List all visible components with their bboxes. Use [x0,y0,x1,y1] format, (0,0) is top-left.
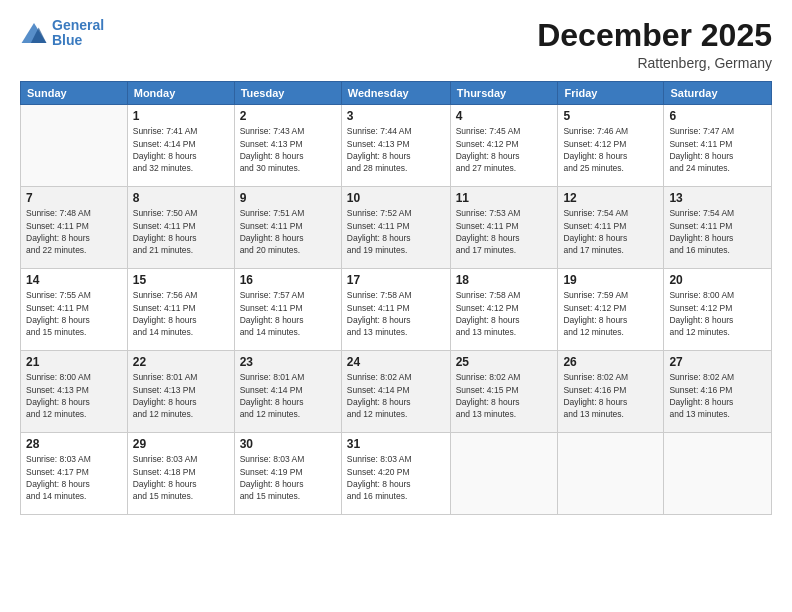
day-info: Sunrise: 8:03 AM Sunset: 4:18 PM Dayligh… [133,453,229,502]
day-info: Sunrise: 7:46 AM Sunset: 4:12 PM Dayligh… [563,125,658,174]
day-info: Sunrise: 7:53 AM Sunset: 4:11 PM Dayligh… [456,207,553,256]
table-row: 2Sunrise: 7:43 AM Sunset: 4:13 PM Daylig… [234,105,341,187]
col-friday: Friday [558,82,664,105]
day-info: Sunrise: 8:01 AM Sunset: 4:13 PM Dayligh… [133,371,229,420]
day-number: 18 [456,273,553,287]
day-info: Sunrise: 8:02 AM Sunset: 4:15 PM Dayligh… [456,371,553,420]
calendar-week-row: 1Sunrise: 7:41 AM Sunset: 4:14 PM Daylig… [21,105,772,187]
header: General Blue December 2025 Rattenberg, G… [20,18,772,71]
table-row: 4Sunrise: 7:45 AM Sunset: 4:12 PM Daylig… [450,105,558,187]
day-info: Sunrise: 7:41 AM Sunset: 4:14 PM Dayligh… [133,125,229,174]
day-info: Sunrise: 8:02 AM Sunset: 4:14 PM Dayligh… [347,371,445,420]
day-number: 16 [240,273,336,287]
day-number: 23 [240,355,336,369]
day-number: 4 [456,109,553,123]
day-number: 22 [133,355,229,369]
day-info: Sunrise: 7:55 AM Sunset: 4:11 PM Dayligh… [26,289,122,338]
day-info: Sunrise: 7:56 AM Sunset: 4:11 PM Dayligh… [133,289,229,338]
day-number: 14 [26,273,122,287]
logo-line1: General [52,17,104,33]
day-info: Sunrise: 7:44 AM Sunset: 4:13 PM Dayligh… [347,125,445,174]
table-row: 22Sunrise: 8:01 AM Sunset: 4:13 PM Dayli… [127,351,234,433]
day-number: 28 [26,437,122,451]
day-info: Sunrise: 7:47 AM Sunset: 4:11 PM Dayligh… [669,125,766,174]
logo: General Blue [20,18,104,49]
col-wednesday: Wednesday [341,82,450,105]
table-row [450,433,558,515]
table-row: 21Sunrise: 8:00 AM Sunset: 4:13 PM Dayli… [21,351,128,433]
table-row: 15Sunrise: 7:56 AM Sunset: 4:11 PM Dayli… [127,269,234,351]
calendar-week-row: 14Sunrise: 7:55 AM Sunset: 4:11 PM Dayli… [21,269,772,351]
col-saturday: Saturday [664,82,772,105]
day-number: 29 [133,437,229,451]
table-row: 26Sunrise: 8:02 AM Sunset: 4:16 PM Dayli… [558,351,664,433]
day-info: Sunrise: 8:02 AM Sunset: 4:16 PM Dayligh… [669,371,766,420]
day-number: 30 [240,437,336,451]
table-row: 11Sunrise: 7:53 AM Sunset: 4:11 PM Dayli… [450,187,558,269]
calendar-week-row: 28Sunrise: 8:03 AM Sunset: 4:17 PM Dayli… [21,433,772,515]
day-number: 1 [133,109,229,123]
day-info: Sunrise: 7:48 AM Sunset: 4:11 PM Dayligh… [26,207,122,256]
day-info: Sunrise: 7:51 AM Sunset: 4:11 PM Dayligh… [240,207,336,256]
day-info: Sunrise: 7:57 AM Sunset: 4:11 PM Dayligh… [240,289,336,338]
day-info: Sunrise: 7:54 AM Sunset: 4:11 PM Dayligh… [563,207,658,256]
logo-line2: Blue [52,32,82,48]
table-row: 28Sunrise: 8:03 AM Sunset: 4:17 PM Dayli… [21,433,128,515]
table-row [21,105,128,187]
table-row: 19Sunrise: 7:59 AM Sunset: 4:12 PM Dayli… [558,269,664,351]
day-number: 20 [669,273,766,287]
day-number: 9 [240,191,336,205]
day-info: Sunrise: 8:02 AM Sunset: 4:16 PM Dayligh… [563,371,658,420]
day-number: 15 [133,273,229,287]
table-row: 29Sunrise: 8:03 AM Sunset: 4:18 PM Dayli… [127,433,234,515]
table-row: 13Sunrise: 7:54 AM Sunset: 4:11 PM Dayli… [664,187,772,269]
day-number: 5 [563,109,658,123]
table-row: 8Sunrise: 7:50 AM Sunset: 4:11 PM Daylig… [127,187,234,269]
table-row [664,433,772,515]
day-info: Sunrise: 7:58 AM Sunset: 4:11 PM Dayligh… [347,289,445,338]
table-row: 17Sunrise: 7:58 AM Sunset: 4:11 PM Dayli… [341,269,450,351]
col-sunday: Sunday [21,82,128,105]
day-info: Sunrise: 8:01 AM Sunset: 4:14 PM Dayligh… [240,371,336,420]
day-number: 21 [26,355,122,369]
day-number: 10 [347,191,445,205]
table-row: 20Sunrise: 8:00 AM Sunset: 4:12 PM Dayli… [664,269,772,351]
col-monday: Monday [127,82,234,105]
day-number: 3 [347,109,445,123]
day-number: 27 [669,355,766,369]
calendar-week-row: 21Sunrise: 8:00 AM Sunset: 4:13 PM Dayli… [21,351,772,433]
day-number: 24 [347,355,445,369]
day-info: Sunrise: 7:43 AM Sunset: 4:13 PM Dayligh… [240,125,336,174]
table-row: 1Sunrise: 7:41 AM Sunset: 4:14 PM Daylig… [127,105,234,187]
logo-icon [20,21,48,45]
table-row: 9Sunrise: 7:51 AM Sunset: 4:11 PM Daylig… [234,187,341,269]
day-info: Sunrise: 8:03 AM Sunset: 4:17 PM Dayligh… [26,453,122,502]
table-row: 24Sunrise: 8:02 AM Sunset: 4:14 PM Dayli… [341,351,450,433]
day-number: 2 [240,109,336,123]
day-number: 11 [456,191,553,205]
day-info: Sunrise: 8:03 AM Sunset: 4:20 PM Dayligh… [347,453,445,502]
table-row: 30Sunrise: 8:03 AM Sunset: 4:19 PM Dayli… [234,433,341,515]
table-row: 6Sunrise: 7:47 AM Sunset: 4:11 PM Daylig… [664,105,772,187]
col-thursday: Thursday [450,82,558,105]
table-row: 16Sunrise: 7:57 AM Sunset: 4:11 PM Dayli… [234,269,341,351]
table-row: 5Sunrise: 7:46 AM Sunset: 4:12 PM Daylig… [558,105,664,187]
location-subtitle: Rattenberg, Germany [537,55,772,71]
calendar: Sunday Monday Tuesday Wednesday Thursday… [20,81,772,515]
day-info: Sunrise: 7:58 AM Sunset: 4:12 PM Dayligh… [456,289,553,338]
day-number: 7 [26,191,122,205]
table-row: 14Sunrise: 7:55 AM Sunset: 4:11 PM Dayli… [21,269,128,351]
day-number: 25 [456,355,553,369]
logo-text: General Blue [52,18,104,49]
day-number: 26 [563,355,658,369]
day-info: Sunrise: 7:59 AM Sunset: 4:12 PM Dayligh… [563,289,658,338]
calendar-header-row: Sunday Monday Tuesday Wednesday Thursday… [21,82,772,105]
table-row: 10Sunrise: 7:52 AM Sunset: 4:11 PM Dayli… [341,187,450,269]
day-info: Sunrise: 7:52 AM Sunset: 4:11 PM Dayligh… [347,207,445,256]
day-info: Sunrise: 8:00 AM Sunset: 4:13 PM Dayligh… [26,371,122,420]
day-number: 12 [563,191,658,205]
day-number: 19 [563,273,658,287]
day-info: Sunrise: 7:45 AM Sunset: 4:12 PM Dayligh… [456,125,553,174]
calendar-week-row: 7Sunrise: 7:48 AM Sunset: 4:11 PM Daylig… [21,187,772,269]
table-row: 3Sunrise: 7:44 AM Sunset: 4:13 PM Daylig… [341,105,450,187]
